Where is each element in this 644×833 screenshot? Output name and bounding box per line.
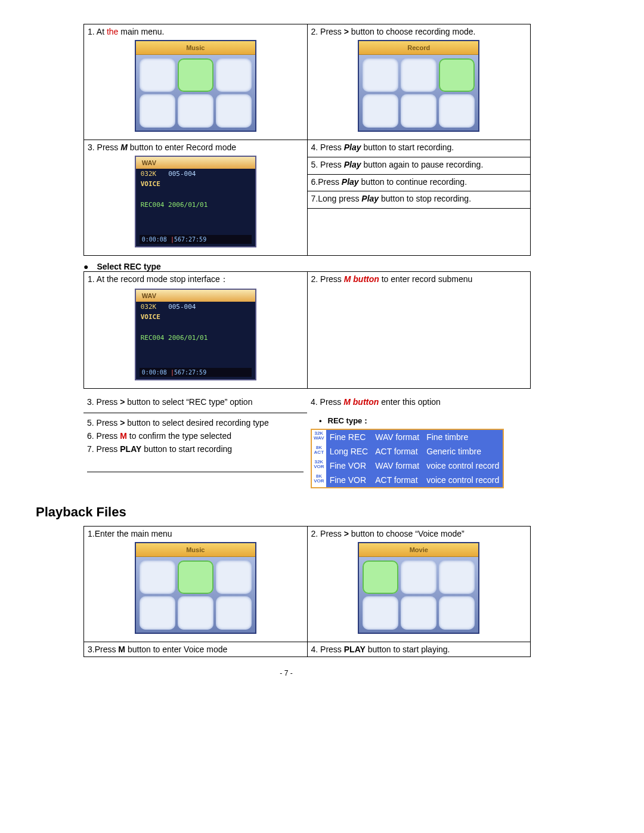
menu-title: Record bbox=[359, 41, 478, 55]
rec-type-heading: REC type： bbox=[319, 416, 527, 426]
step-text: 6. Press bbox=[87, 431, 120, 441]
button-name: Play bbox=[342, 177, 359, 187]
step-text: 4. Press bbox=[311, 645, 344, 654]
step-text: button to choose “Voice mode” bbox=[349, 529, 465, 538]
step-text: enter this option bbox=[379, 397, 441, 407]
step-text: 4. Press bbox=[311, 397, 343, 407]
elapsed-time: 0:00:08 bbox=[142, 369, 167, 376]
step-text: button to start recording bbox=[141, 444, 232, 454]
menu-title: Music bbox=[136, 41, 255, 55]
step-text: 7.Long press bbox=[311, 194, 362, 203]
step-text: 4. Press bbox=[311, 143, 344, 152]
index-label: 005-004 bbox=[168, 170, 196, 178]
remaining-time: 567:27:59 bbox=[174, 369, 206, 376]
index-label: 005-004 bbox=[168, 303, 196, 311]
button-name: Play bbox=[344, 160, 361, 169]
step-text: to confirm the type selected bbox=[127, 431, 231, 441]
step-text: button to select “REC type” option bbox=[125, 397, 252, 407]
step-text: button to enter Voice mode bbox=[125, 645, 227, 654]
screenshot-record-mode: WAV 032K 005-004 VOICE REC004 2006/01/01… bbox=[135, 156, 256, 247]
button-name: M bbox=[120, 143, 128, 152]
instructions-table-2b: 3. Press > button to select “REC type” o… bbox=[83, 395, 531, 493]
step-text: 5. Press bbox=[311, 160, 344, 169]
remaining-time: 567:27:59 bbox=[174, 236, 206, 243]
instructions-table-2: 1. At the record mode stop interface： WA… bbox=[83, 271, 531, 389]
button-name: M button bbox=[343, 397, 379, 407]
step-text: button again to pause recording. bbox=[361, 160, 484, 169]
step-text: button to continue recording. bbox=[359, 177, 467, 187]
screenshot-main-menu-movie: Movie bbox=[358, 542, 479, 634]
screenshot-record-stop: WAV 032K 005-004 VOICE REC004 2006/01/01… bbox=[135, 289, 256, 380]
step-text: button to start recording. bbox=[361, 143, 454, 152]
step-text: 6.Press bbox=[311, 177, 342, 187]
step-text: button to stop recording. bbox=[379, 194, 471, 203]
voice-label: VOICE bbox=[136, 312, 255, 322]
screenshot-main-menu-music: Music bbox=[135, 40, 256, 132]
button-name: Play bbox=[344, 143, 361, 152]
voice-label: VOICE bbox=[136, 179, 255, 189]
screenshot-main-menu-record: Record bbox=[358, 40, 479, 132]
rec-type-row: 32KVORFine VORWAV formatvoice control re… bbox=[312, 459, 503, 473]
step-text: 2. Press bbox=[311, 27, 344, 36]
step-text: 2. Press bbox=[311, 529, 344, 538]
menu-title: Movie bbox=[359, 543, 478, 557]
instructions-table-3: 1.Enter the main menu Music 2. Press > b… bbox=[83, 526, 531, 657]
step-text: button to select desired recording type bbox=[125, 418, 268, 428]
bitrate-label: 032K bbox=[141, 170, 157, 178]
rec-type-row: 8KACTLong RECACT formatGeneric timbre bbox=[312, 444, 503, 459]
button-name: M bbox=[118, 645, 125, 654]
button-symbol: > bbox=[344, 529, 349, 538]
step-text: to enter record submenu bbox=[379, 274, 472, 284]
rec-format-label: WAV bbox=[136, 157, 255, 169]
button-symbol: > bbox=[344, 27, 349, 36]
button-name: M button bbox=[344, 274, 379, 284]
page-number: - 7 - bbox=[36, 669, 537, 677]
step-text: 3. Press bbox=[87, 397, 120, 407]
highlight-word: the bbox=[107, 27, 118, 36]
rec-type-row: 32KWAVFine RECWAV formatFine timbre bbox=[312, 430, 503, 444]
rec-type-row: 8KVORFine VORACT formatvoice control rec… bbox=[312, 473, 503, 487]
elapsed-time: 0:00:08 bbox=[142, 236, 167, 243]
button-name: M bbox=[120, 431, 127, 441]
menu-title: Music bbox=[136, 543, 255, 557]
step-text: 3.Press bbox=[88, 645, 118, 654]
step-text: 2. Press bbox=[311, 274, 344, 284]
step-text: 1.Enter the main menu bbox=[88, 529, 172, 538]
step-text: main menu. bbox=[118, 27, 164, 36]
step-text: 1. At the record mode stop interface： bbox=[88, 274, 228, 284]
instructions-table-1: 1. At the main menu. Music 2. Press > bu… bbox=[83, 24, 531, 256]
bullet-heading: Select REC type bbox=[83, 262, 537, 271]
rec-format-label: WAV bbox=[136, 290, 255, 302]
file-label: REC004 2006/01/01 bbox=[141, 334, 208, 342]
screenshot-main-menu-music-2: Music bbox=[135, 542, 256, 634]
step-text: 7. Press bbox=[87, 444, 120, 454]
step-text: 3. Press bbox=[88, 143, 120, 152]
step-text: button to start playing. bbox=[366, 645, 450, 654]
step-text: button to enter Record mode bbox=[128, 143, 236, 152]
file-label: REC004 2006/01/01 bbox=[141, 201, 208, 209]
button-name: PLAY bbox=[120, 444, 141, 454]
button-name: PLAY bbox=[344, 645, 366, 654]
bitrate-label: 032K bbox=[141, 303, 157, 311]
step-text: 1. At bbox=[88, 27, 107, 36]
step-text: button to choose recording mode. bbox=[349, 27, 475, 36]
button-name: Play bbox=[361, 194, 379, 203]
section-heading: Playback Files bbox=[36, 504, 537, 520]
step-text: 5. Press bbox=[87, 418, 120, 428]
rec-type-table: 32KWAVFine RECWAV formatFine timbre8KACT… bbox=[311, 429, 504, 488]
